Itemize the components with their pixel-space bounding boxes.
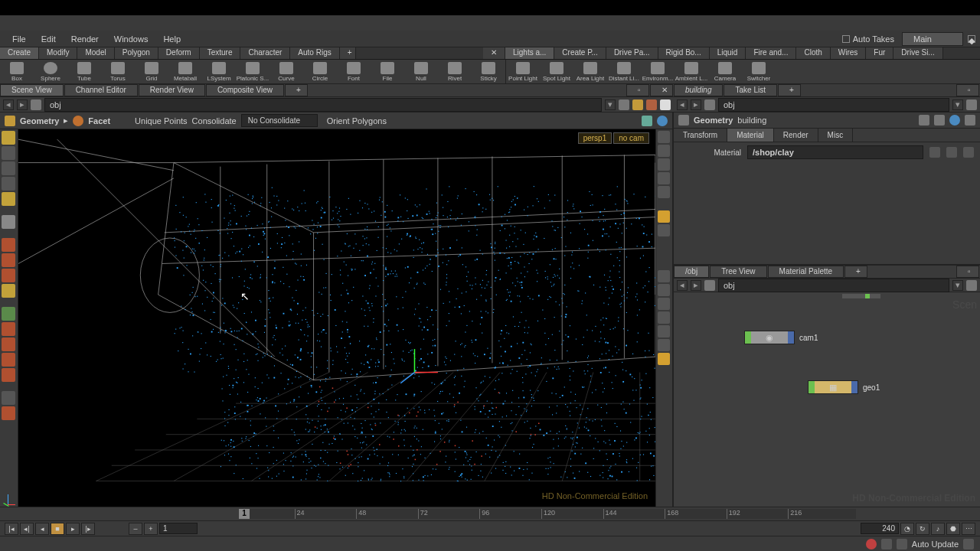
mode-dropdown-icon[interactable]: ▸	[64, 116, 68, 126]
node-geo1[interactable]: ▦ geo1	[808, 380, 880, 394]
end-frame-input[interactable]: 240	[861, 523, 899, 534]
timeline[interactable]: 1 24 48 72 96 120 144 168 192 216	[0, 507, 980, 520]
help-icon[interactable]	[949, 115, 960, 126]
tool-icon[interactable]	[2, 337, 15, 351]
display-icon[interactable]	[658, 311, 670, 324]
tool-box[interactable]: Box	[0, 60, 34, 83]
viewport-camera-label[interactable]: persp1no cam	[578, 132, 649, 144]
display-icon[interactable]	[658, 339, 670, 351]
net-tab-add[interactable]: +	[844, 266, 867, 278]
snap-icon[interactable]	[642, 116, 652, 126]
gear-icon[interactable]	[919, 115, 929, 126]
help-icon[interactable]	[657, 116, 668, 126]
range-start-icon[interactable]: –	[129, 523, 142, 535]
tool-metaball[interactable]: Metaball	[168, 60, 202, 83]
shelf-tab[interactable]: Create P...	[554, 47, 606, 59]
display-icon[interactable]	[658, 224, 670, 236]
stop-button[interactable]: ■	[51, 523, 64, 535]
shelf-tab[interactable]: Auto Rigs	[290, 47, 339, 59]
tool-environment[interactable]: Environm...	[641, 60, 675, 83]
menu-render[interactable]: Render	[64, 32, 106, 46]
key-icon[interactable]: ⬣	[946, 523, 960, 535]
forward-icon[interactable]: ▸	[691, 280, 701, 291]
take-dropdown[interactable]: Main	[902, 32, 963, 46]
menu-edit[interactable]: Edit	[34, 32, 64, 46]
tool-sphere[interactable]: Sphere	[34, 60, 67, 83]
shelf-tab[interactable]: Deform	[158, 47, 200, 59]
display-icon[interactable]	[658, 353, 670, 365]
tool-icon[interactable]	[2, 406, 15, 420]
3d-viewport[interactable]: persp1no cam HD Non-Commercial Edition ↖	[18, 129, 655, 507]
tool-camera[interactable]: Camera	[708, 60, 742, 83]
rotate-tool-icon[interactable]	[2, 161, 15, 175]
pane-expand-icon[interactable]: ▫	[956, 84, 979, 96]
audio-icon[interactable]: ♪	[931, 523, 945, 535]
display-icon[interactable]	[658, 158, 670, 171]
shelf-close-icon[interactable]: ✕	[483, 47, 505, 59]
back-icon[interactable]: ◂	[3, 99, 14, 110]
play-button[interactable]: ▸	[66, 523, 80, 535]
back-icon[interactable]: ◂	[677, 280, 688, 291]
options-icon[interactable]: ⋯	[962, 523, 975, 535]
display-icon[interactable]	[658, 145, 670, 157]
material-input[interactable]: /shop/clay	[747, 145, 923, 159]
tool-point-light[interactable]: Point Light	[506, 60, 540, 83]
tool-spot-light[interactable]: Spot Light	[540, 60, 573, 83]
pane-close-icon[interactable]: ✕	[650, 84, 673, 96]
status-icon[interactable]	[897, 539, 907, 549]
move-tool-icon[interactable]	[2, 146, 15, 160]
node-name-input[interactable]	[737, 116, 914, 125]
material-browse-icon[interactable]	[946, 147, 957, 158]
start-frame-input[interactable]: 1	[159, 523, 198, 534]
pin-icon[interactable]	[965, 115, 975, 126]
shelf-tab[interactable]: Fur	[866, 47, 893, 59]
pane-tab-channel-editor[interactable]: Channel Editor	[64, 84, 138, 96]
consolidate-dropdown[interactable]: No Consolidate	[241, 114, 318, 127]
range-end-icon[interactable]: +	[144, 523, 158, 535]
arrow-tool-icon[interactable]	[2, 215, 15, 229]
param-tab-transform[interactable]: Transform	[674, 129, 727, 142]
auto-takes-checkbox[interactable]	[842, 35, 850, 43]
forward-icon[interactable]: ▸	[691, 99, 701, 110]
display-icon[interactable]	[658, 270, 670, 282]
tool-curve[interactable]: Curve	[270, 60, 303, 83]
home-icon[interactable]	[704, 280, 715, 291]
display-icon[interactable]	[658, 172, 670, 184]
material-menu-icon[interactable]	[963, 147, 974, 158]
shelf-tab[interactable]: Wires	[831, 47, 867, 59]
shelf-tab[interactable]: Texture	[200, 47, 241, 59]
view-icon[interactable]	[646, 99, 657, 110]
shelf-tab[interactable]: Drive Pa...	[606, 47, 658, 59]
loop-icon[interactable]: ↻	[916, 523, 929, 535]
shelf-tab[interactable]: Model	[77, 47, 114, 59]
shelf-tab[interactable]: Character	[240, 47, 290, 59]
path-dropdown-icon[interactable]: ▾	[952, 99, 963, 110]
tool-tube[interactable]: Tube	[67, 60, 101, 83]
update-menu-icon[interactable]	[963, 539, 974, 549]
shelf-tab[interactable]: Fire and...	[746, 47, 796, 59]
unique-points-button[interactable]: Unique Points	[135, 116, 188, 126]
realtime-icon[interactable]: ◔	[900, 523, 914, 535]
tool-icon[interactable]	[2, 284, 15, 298]
tool-icon[interactable]	[2, 322, 15, 336]
pane-tab-render-view[interactable]: Render View	[139, 84, 205, 96]
pane-tab-scene-view[interactable]: Scene View	[0, 84, 64, 96]
view-icon[interactable]	[660, 99, 671, 110]
tool-platonic[interactable]: Platonic S...	[236, 60, 270, 83]
display-icon[interactable]	[658, 325, 670, 337]
pane-tab-add[interactable]: +	[285, 84, 308, 96]
scale-tool-icon[interactable]	[2, 177, 15, 191]
shelf-tab[interactable]: Modify	[39, 47, 77, 59]
shelf-tab[interactable]: Rigid Bo...	[658, 47, 710, 59]
tool-file[interactable]: File	[371, 60, 404, 83]
select-tool-icon[interactable]	[2, 131, 15, 145]
pane-tab-add[interactable]: +	[778, 84, 801, 96]
record-icon[interactable]	[866, 539, 877, 549]
pane-expand-icon[interactable]: ▫	[626, 84, 649, 96]
next-key-button[interactable]: |▸	[81, 523, 95, 535]
tool-icon[interactable]	[2, 391, 15, 405]
display-icon[interactable]	[658, 131, 670, 143]
menu-windows[interactable]: Windows	[106, 32, 156, 46]
shelf-tab[interactable]: Drive Si...	[893, 47, 942, 59]
node-cam1[interactable]: ◉ cam1	[744, 331, 818, 344]
